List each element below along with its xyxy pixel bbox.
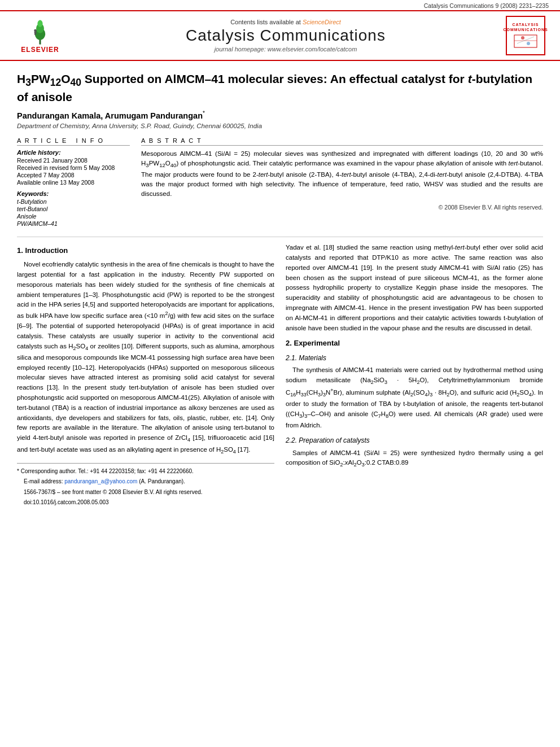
body-left-col: 1. Introduction Novel ecofriendly cataly… [17,243,274,509]
journal-header: ELSEVIER Contents lists available at Sci… [0,10,560,61]
elsevier-label: ELSEVIER [21,46,59,54]
journal-title: Catalysis Communications [71,27,500,45]
authors: Pandurangan Kamala, Arumugam Pandurangan… [17,110,543,120]
accepted-date: Accepted 7 May 2008 [17,172,130,178]
svg-line-12 [517,37,534,43]
email-note: E-mail address: pandurangan_a@yahoo.com … [17,477,274,486]
catalysis-badge-area: CATALYSIS COMMUNICATIONS [500,16,551,55]
svg-point-11 [527,42,530,45]
footnotes: * Corresponding author. Tel.: +91 44 222… [17,463,274,507]
article-title: H3PW12O40 Supported on AlMCM–41 molecula… [17,71,543,104]
main-content: H3PW12O40 Supported on AlMCM–41 molecula… [0,61,560,519]
catalysis-badge-icon [511,32,540,49]
keyword-2: tert-Butanol [17,206,130,212]
citation-bar: Catalysis Communications 9 (2008) 2231–2… [0,0,560,10]
journal-homepage: journal homepage: www.elsevier.com/locat… [71,46,500,53]
keyword-4: PW/AlMCM–41 [17,220,130,227]
journal-title-area: Contents lists available at ScienceDirec… [71,19,500,53]
sciencedirect-link[interactable]: ScienceDirect [303,19,341,25]
svg-point-10 [521,36,524,40]
keyword-1: t-Butylation [17,198,130,205]
email-link[interactable]: pandurangan_a@yahoo.com [64,478,137,484]
content-divider [17,237,543,237]
right-intro-para: Yadav et al. [18] studied the same react… [286,243,543,333]
catalysis-badge: CATALYSIS COMMUNICATIONS [506,16,545,55]
abstract-text: Mesoporous AlMCM–41 (Si/Al = 25) molecul… [141,149,543,199]
preparation-para: Samples of AlMCM-41 (Si/Al = 25) were sy… [286,448,543,470]
abstract-heading: A B S T R A C T [141,137,543,146]
badge-text-1: CATALYSIS [513,22,539,27]
body-content: 1. Introduction Novel ecofriendly cataly… [17,243,543,509]
experimental-heading: 2. Experimental [286,338,543,349]
materials-heading: 2.1. Materials [286,353,543,364]
corresponding-note: * Corresponding author. Tel.: +91 44 222… [17,467,274,476]
body-right-col: Yadav et al. [18] studied the same react… [286,243,543,509]
svg-point-4 [34,29,37,32]
preparation-heading: 2.2. Preparation of catalysts [286,435,543,446]
copyright-line: © 2008 Elsevier B.V. All rights reserved… [141,204,543,211]
keyword-3: Anisole [17,213,130,220]
intro-heading: 1. Introduction [17,245,274,256]
elsevier-tree-icon [29,18,51,46]
keywords-label: Keywords: [17,190,130,197]
article-info-col: A R T I C L E I N F O Article history: R… [17,137,130,228]
badge-text-2: COMMUNICATIONS [503,27,548,32]
doi-note: doi:10.1016/j.catcom.2008.05.003 [17,498,274,507]
issn-note: 1566-7367/$ – see front matter © 2008 El… [17,488,274,497]
affiliation: Department of Chemistry, Anna University… [17,123,543,129]
article-info-heading: A R T I C L E I N F O [17,137,130,146]
revised-date: Received in revised form 5 May 2008 [17,164,130,171]
received-date: Received 21 January 2008 [17,157,130,164]
available-date: Available online 13 May 2008 [17,179,130,186]
article-info-abstract-row: A R T I C L E I N F O Article history: R… [17,137,543,228]
citation-text: Catalysis Communications 9 (2008) 2231–2… [424,2,549,9]
page: Catalysis Communications 9 (2008) 2231–2… [0,0,560,747]
materials-para: The synthesis of AlMCM-41 materials were… [286,365,543,431]
keywords-section: Keywords: t-Butylation tert-Butanol Anis… [17,190,130,227]
intro-para-1: Novel ecofriendly catalytic synthesis in… [17,260,274,456]
elsevier-logo-area: ELSEVIER [9,18,71,54]
abstract-col: A B S T R A C T Mesoporous AlMCM–41 (Si/… [141,137,543,228]
sciencedirect-line: Contents lists available at ScienceDirec… [71,19,500,25]
svg-point-3 [37,20,42,27]
homepage-url[interactable]: www.elsevier.com/locate/catcom [268,46,357,53]
history-label: Article history: [17,149,130,156]
